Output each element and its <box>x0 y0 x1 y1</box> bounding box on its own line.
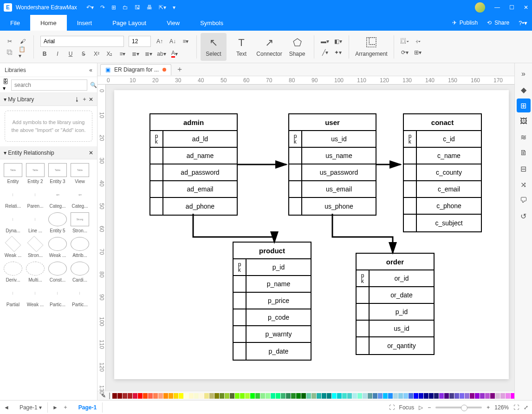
color-swatch[interactable] <box>296 393 301 399</box>
shape-item[interactable]: │Partic... <box>46 286 69 307</box>
align-text-icon[interactable]: ≡▾ <box>182 37 190 46</box>
color-swatch[interactable] <box>490 393 495 399</box>
arrangement-tool[interactable]: ⿺Arrangement <box>353 33 390 61</box>
shape-item[interactable]: Stron... <box>24 237 46 258</box>
entity-order[interactable]: orderpkor_idor_datep_idus_idor_qantity <box>356 253 435 355</box>
font-color-icon[interactable]: A▾ <box>170 50 179 58</box>
color-swatch[interactable] <box>500 393 505 399</box>
close-er-section-icon[interactable]: ✕ <box>89 150 93 156</box>
color-swatch[interactable] <box>475 393 480 399</box>
zoom-slider[interactable] <box>435 407 482 408</box>
color-swatch[interactable] <box>235 393 240 399</box>
shape-item[interactable]: Weak ... <box>2 237 24 258</box>
shape-tool[interactable]: ⬠Shape <box>284 33 310 61</box>
image-icon[interactable]: 🖼 <box>517 114 531 128</box>
library-menu-icon[interactable]: 🗄▾ <box>3 79 8 92</box>
shape-item[interactable]: │Line ... <box>24 212 46 233</box>
shuffle-icon[interactable]: ⤨ <box>517 177 531 191</box>
select-tool[interactable]: ↖Select <box>201 33 227 61</box>
color-swatch[interactable] <box>148 393 153 399</box>
menu-view[interactable]: View <box>156 15 190 31</box>
color-swatch[interactable] <box>363 393 367 399</box>
color-swatch[interactable] <box>388 393 393 399</box>
entity-product[interactable]: productpkp_idp_namep_pricep_codep_warnty… <box>233 242 311 361</box>
focus-icon[interactable]: ⛶ <box>389 404 395 411</box>
fit-page-icon[interactable]: ⛶ <box>513 404 519 411</box>
bullets-icon[interactable]: ≣▾ <box>131 50 140 58</box>
page-props-icon[interactable]: 🗎 <box>517 146 531 160</box>
color-swatch[interactable] <box>199 393 204 399</box>
shape-item[interactable]: │Paren... <box>24 188 46 209</box>
close-section-icon[interactable]: ✕ <box>89 96 93 103</box>
shape-item[interactable]: StrongStron... <box>69 212 91 233</box>
fullscreen-icon[interactable]: ⤢ <box>524 404 528 411</box>
shape-item[interactable]: TableView <box>69 163 91 184</box>
data-icon[interactable]: ⊟ <box>517 162 531 176</box>
color-swatch[interactable] <box>281 393 285 399</box>
publish-button[interactable]: ✈Publish <box>448 20 482 26</box>
color-swatch[interactable] <box>393 393 398 399</box>
import-icon[interactable]: ⭳ <box>74 96 80 103</box>
color-swatch[interactable] <box>317 393 321 399</box>
user-avatar[interactable] <box>475 2 485 13</box>
font-size-combo[interactable] <box>129 36 151 47</box>
close-button[interactable]: ✕ <box>524 4 528 11</box>
shape-item[interactable]: ⊖━Categ... <box>46 188 69 209</box>
color-swatch[interactable] <box>409 393 413 399</box>
more-qat-icon[interactable]: ▾ <box>173 4 175 11</box>
menu-page-layout[interactable]: Page Layout <box>102 15 156 31</box>
color-swatch[interactable] <box>123 393 127 399</box>
color-swatch[interactable] <box>311 393 316 399</box>
color-swatch[interactable] <box>373 393 377 399</box>
color-swatch[interactable] <box>368 393 372 399</box>
color-swatch[interactable] <box>209 393 214 399</box>
color-swatch[interactable] <box>220 393 224 399</box>
add-page-icon[interactable]: ＋ <box>63 403 68 411</box>
no-fill-swatch[interactable] <box>109 393 110 399</box>
search-icon[interactable]: 🔍 <box>90 82 97 88</box>
page-selector[interactable]: Page-1 ▾ <box>14 402 48 413</box>
color-swatch[interactable] <box>511 393 514 399</box>
entity-admin[interactable]: adminpkad_ldad_namead_passwordad_emailad… <box>149 113 238 216</box>
line-icon[interactable]: ╱▾ <box>321 48 329 57</box>
shape-item[interactable]: Multi... <box>24 262 46 283</box>
color-swatch[interactable] <box>276 393 280 399</box>
maximize-button[interactable]: ☐ <box>509 4 514 11</box>
layers-icon[interactable]: ≋ <box>517 130 531 144</box>
superscript-icon[interactable]: X² <box>92 50 101 58</box>
color-swatch[interactable] <box>439 393 444 399</box>
color-swatch[interactable] <box>163 393 168 399</box>
color-swatch[interactable] <box>112 393 117 399</box>
color-swatch[interactable] <box>454 393 459 399</box>
connector-tool[interactable]: ↗Connector <box>256 33 282 61</box>
redo-icon[interactable]: ↷ <box>100 4 105 11</box>
paste-icon[interactable]: 📋▾ <box>19 48 27 57</box>
minimize-button[interactable]: — <box>494 4 500 11</box>
color-swatch[interactable] <box>138 393 143 399</box>
menu-symbols[interactable]: Symbols <box>190 15 234 31</box>
cut-icon[interactable]: ✂ <box>6 37 14 46</box>
color-swatch[interactable] <box>184 393 188 399</box>
color-swatch[interactable] <box>306 393 311 399</box>
color-swatch[interactable] <box>332 393 337 399</box>
shape-item[interactable]: Const... <box>46 262 69 283</box>
zoom-in-icon[interactable]: + <box>487 404 490 411</box>
zoom-out-icon[interactable]: − <box>428 404 431 411</box>
open-icon[interactable]: 🗀 <box>123 4 128 11</box>
color-swatch[interactable] <box>322 393 326 399</box>
color-swatch[interactable] <box>434 393 439 399</box>
library-search-input[interactable] <box>11 79 87 91</box>
color-swatch[interactable] <box>357 393 362 399</box>
text-tool[interactable]: TText <box>228 33 254 61</box>
save-icon[interactable]: 🖫 <box>135 4 140 11</box>
shape-item[interactable]: TableEntity <box>2 163 24 184</box>
numbering-icon[interactable]: ≣▾ <box>144 50 153 58</box>
line-spacing-icon[interactable]: ≡▾ <box>118 50 127 58</box>
color-swatch[interactable] <box>286 393 291 399</box>
color-swatch[interactable] <box>429 393 434 399</box>
color-swatch[interactable] <box>506 393 510 399</box>
color-swatch[interactable] <box>189 393 194 399</box>
fill-icon[interactable]: ▬▾ <box>321 37 329 46</box>
shape-item[interactable]: Weak ... <box>46 237 69 258</box>
print-icon[interactable]: 🖶 <box>147 4 152 11</box>
